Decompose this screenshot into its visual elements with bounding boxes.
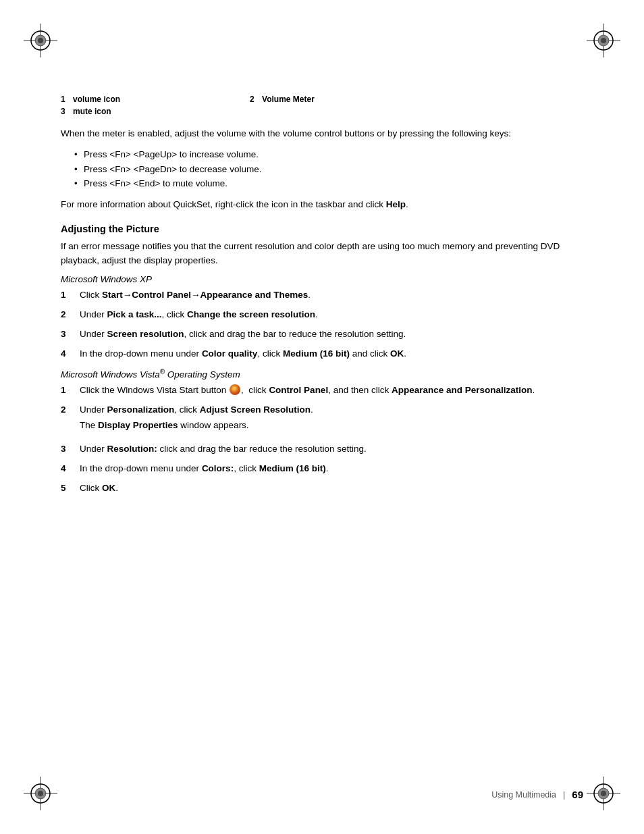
- bullet-item-1: Press <Fn> <PageUp> to increase volume.: [74, 147, 583, 162]
- svg-point-9: [601, 38, 606, 43]
- vista-step-2: 2 Under Personalization, click Adjust Sc…: [61, 403, 583, 437]
- label-row-2: 3 mute icon: [61, 107, 583, 116]
- page: 1 volume icon 2 Volume Meter 3 mute icon…: [0, 0, 644, 834]
- corner-mark-tl: [20, 20, 61, 61]
- label-num-3: 3: [61, 107, 65, 116]
- label-item-3: 3 mute icon: [61, 107, 250, 116]
- label-row-1: 1 volume icon 2 Volume Meter: [61, 95, 583, 104]
- svg-point-14: [38, 791, 43, 796]
- vista-steps-list: 1 Click the Windows Vista Start button ,…: [61, 384, 583, 496]
- vista-step-1-num: 1: [61, 384, 80, 398]
- xp-step-4: 4 In the drop-down menu under Color qual…: [61, 347, 583, 361]
- corner-mark-tr: [583, 20, 624, 61]
- quickset-paragraph: For more information about QuickSet, rig…: [61, 198, 583, 211]
- xp-steps-list: 1 Click Start→Control Panel→Appearance a…: [61, 288, 583, 361]
- bullet-item-2: Press <Fn> <PageDn> to decrease volume.: [74, 162, 583, 177]
- vista-step-4-num: 4: [61, 462, 80, 476]
- svg-point-19: [601, 791, 606, 796]
- svg-point-4: [38, 38, 43, 43]
- footer-section-text: Using Multimedia: [491, 790, 556, 800]
- vista-step-2-num: 2: [61, 403, 80, 417]
- vista-step-1: 1 Click the Windows Vista Start button ,…: [61, 384, 583, 398]
- intro-paragraph: When the meter is enabled, adjust the vo…: [61, 127, 583, 140]
- footer-page-number: 69: [572, 789, 583, 800]
- vista-step-5: 5 Click OK.: [61, 481, 583, 496]
- xp-step-2-text: Under Pick a task..., click Change the s…: [80, 308, 583, 322]
- vista-step-4: 4 In the drop-down menu under Colors:, c…: [61, 462, 583, 476]
- vista-step-2-subtext: The Display Properties window appears.: [80, 419, 583, 433]
- xp-step-1-text: Click Start→Control Panel→Appearance and…: [80, 288, 583, 303]
- vista-step-5-text: Click OK.: [80, 481, 583, 496]
- corner-mark-br: [583, 773, 624, 814]
- corner-mark-bl: [20, 773, 61, 814]
- label-text-1: volume icon: [73, 95, 120, 104]
- vista-sup: ®: [160, 367, 165, 375]
- xp-step-1: 1 Click Start→Control Panel→Appearance a…: [61, 288, 583, 303]
- xp-step-3-text: Under Screen resolution, click and drag …: [80, 328, 583, 342]
- label-text-3: mute icon: [73, 107, 111, 116]
- label-item-2: 2 Volume Meter: [250, 95, 439, 104]
- content-area: 1 volume icon 2 Volume Meter 3 mute icon…: [61, 95, 583, 496]
- xp-step-3-num: 3: [61, 328, 80, 342]
- vista-start-button-icon: [230, 384, 240, 395]
- xp-step-2: 2 Under Pick a task..., click Change the…: [61, 308, 583, 322]
- vista-step-4-text: In the drop-down menu under Colors:, cli…: [80, 462, 583, 476]
- xp-step-1-num: 1: [61, 288, 80, 303]
- xp-step-4-num: 4: [61, 347, 80, 361]
- vista-step-5-num: 5: [61, 481, 80, 496]
- vista-step-1-text: Click the Windows Vista Start button , c…: [80, 384, 583, 398]
- label-num-1: 1: [61, 95, 65, 104]
- page-footer: Using Multimedia | 69: [61, 789, 583, 800]
- section-intro-paragraph: If an error message notifies you that th…: [61, 240, 583, 267]
- vista-step-2-text: Under Personalization, click Adjust Scre…: [80, 403, 583, 417]
- os-vista-label: Microsoft Windows Vista® Operating Syste…: [61, 367, 583, 380]
- vista-step-3-text: Under Resolution: click and drag the bar…: [80, 442, 583, 457]
- label-item-1: 1 volume icon: [61, 95, 250, 104]
- xp-step-3: 3 Under Screen resolution, click and dra…: [61, 328, 583, 342]
- vista-step-3-num: 3: [61, 442, 80, 457]
- section-heading-adjusting-picture: Adjusting the Picture: [61, 224, 583, 234]
- bullet-list: Press <Fn> <PageUp> to increase volume. …: [74, 147, 583, 191]
- label-text-2: Volume Meter: [262, 95, 315, 104]
- bullet-item-3: Press <Fn> <End> to mute volume.: [74, 176, 583, 191]
- footer-separator: |: [563, 790, 565, 800]
- label-num-2: 2: [250, 95, 254, 104]
- xp-step-2-num: 2: [61, 308, 80, 322]
- os-xp-label: Microsoft Windows XP: [61, 274, 583, 284]
- vista-step-3: 3 Under Resolution: click and drag the b…: [61, 442, 583, 457]
- xp-step-4-text: In the drop-down menu under Color qualit…: [80, 347, 583, 361]
